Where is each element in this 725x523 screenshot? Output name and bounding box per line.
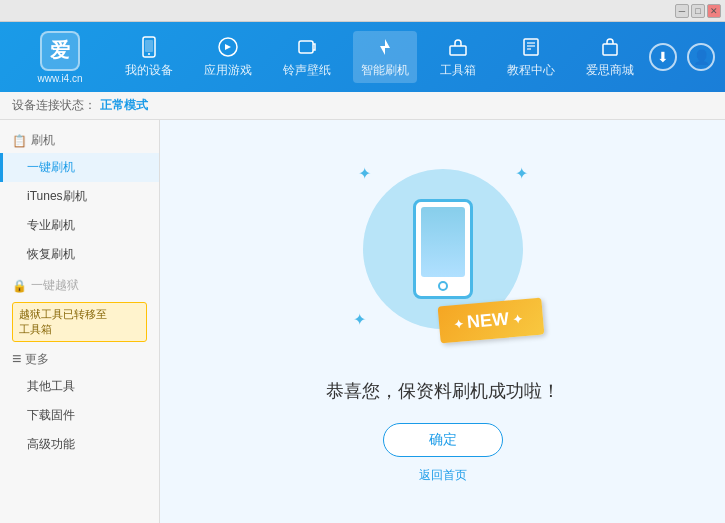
success-illustration: ✦ ✦ ✦ NEW: [353, 159, 533, 359]
phone-screen: [421, 207, 465, 277]
nav-bar: 我的设备 应用游戏 铃声壁纸 智能刷机 工具箱: [110, 31, 649, 83]
maximize-button[interactable]: □: [691, 4, 705, 18]
sidebar-item-one-click-flash[interactable]: 一键刷机: [0, 153, 159, 182]
svg-rect-5: [450, 46, 466, 55]
user-button[interactable]: 👤: [687, 43, 715, 71]
download-button[interactable]: ⬇: [649, 43, 677, 71]
header: 爱 www.i4.cn 我的设备 应用游戏 铃声壁纸 智能刷机: [0, 22, 725, 92]
sidebar-more-header: ≡ 更多: [0, 346, 159, 372]
nav-vip-store-label: 爱思商城: [586, 62, 634, 79]
close-button[interactable]: ✕: [707, 4, 721, 18]
nav-tutorial[interactable]: 教程中心: [499, 31, 563, 83]
nav-my-device-label: 我的设备: [125, 62, 173, 79]
nav-smart-flash-label: 智能刷机: [361, 62, 409, 79]
svg-rect-4: [299, 41, 313, 53]
confirm-button[interactable]: 确定: [383, 423, 503, 457]
nav-my-device[interactable]: 我的设备: [117, 31, 181, 83]
sidebar-item-pro-flash[interactable]: 专业刷机: [0, 211, 159, 240]
sparkle-icon-3: ✦: [353, 310, 366, 329]
more-label: 更多: [25, 351, 49, 368]
nav-toolbox[interactable]: 工具箱: [432, 31, 484, 83]
main-layout: 📋 刷机 一键刷机 iTunes刷机 专业刷机 恢复刷机 🔒 一键越狱: [0, 120, 725, 523]
sparkle-icon-1: ✦: [358, 164, 371, 183]
success-message: 恭喜您，保资料刷机成功啦！: [326, 379, 560, 403]
nav-ringtones[interactable]: 铃声壁纸: [275, 31, 339, 83]
flash-section-label: 刷机: [31, 132, 55, 149]
ringtones-icon: [295, 35, 319, 59]
jailbreak-note: 越狱工具已转移至工具箱: [12, 302, 147, 342]
svg-rect-6: [524, 39, 538, 55]
status-value: 正常模式: [100, 97, 148, 114]
toolbox-icon: [446, 35, 470, 59]
title-bar: ─ □ ✕: [0, 0, 725, 22]
sidebar-item-other-tools[interactable]: 其他工具: [0, 372, 159, 401]
lock-icon: 🔒: [12, 279, 27, 293]
nav-vip-store[interactable]: 爱思商城: [578, 31, 642, 83]
logo-icon: 爱: [40, 31, 80, 71]
nav-apps-games[interactable]: 应用游戏: [196, 31, 260, 83]
retry-link[interactable]: 返回首页: [419, 467, 467, 484]
phone-home-btn: [438, 281, 448, 291]
smart-flash-icon: [373, 35, 397, 59]
svg-rect-1: [145, 40, 153, 52]
vip-store-icon: [598, 35, 622, 59]
sidebar-item-download-firmware[interactable]: 下载固件: [0, 401, 159, 430]
sidebar-section-flash-header: 📋 刷机: [0, 128, 159, 153]
logo-area: 爱 www.i4.cn: [10, 31, 110, 84]
sparkle-icon-2: ✦: [515, 164, 528, 183]
tutorial-icon: [519, 35, 543, 59]
svg-rect-10: [603, 44, 617, 55]
my-device-icon: [137, 35, 161, 59]
minimize-button[interactable]: ─: [675, 4, 689, 18]
svg-point-2: [148, 53, 150, 55]
sidebar: 📋 刷机 一键刷机 iTunes刷机 专业刷机 恢复刷机 🔒 一键越狱: [0, 120, 160, 523]
status-bar: 设备连接状态： 正常模式: [0, 92, 725, 120]
nav-tutorial-label: 教程中心: [507, 62, 555, 79]
window-controls: ─ □ ✕: [675, 4, 721, 18]
sidebar-section-more: ≡ 更多 其他工具 下载固件 高级功能: [0, 346, 159, 459]
sidebar-section-jailbreak: 🔒 一键越狱 越狱工具已转移至工具箱: [0, 273, 159, 342]
sidebar-section-flash: 📋 刷机 一键刷机 iTunes刷机 专业刷机 恢复刷机: [0, 128, 159, 269]
nav-toolbox-label: 工具箱: [440, 62, 476, 79]
sidebar-item-itunes-flash[interactable]: iTunes刷机: [0, 182, 159, 211]
jailbreak-label: 一键越狱: [31, 277, 79, 294]
sidebar-item-repair-flash[interactable]: 恢复刷机: [0, 240, 159, 269]
header-actions: ⬇ 👤: [649, 43, 715, 71]
sidebar-jailbreak-header: 🔒 一键越狱: [0, 273, 159, 298]
status-label: 设备连接状态：: [12, 97, 96, 114]
flash-section-icon: 📋: [12, 134, 27, 148]
phone-body: [413, 199, 473, 299]
sidebar-item-advanced[interactable]: 高级功能: [0, 430, 159, 459]
content-area: ✦ ✦ ✦ NEW 恭喜您，保资料刷机成功啦！ 确定 返回首页: [160, 120, 725, 523]
new-badge: NEW: [437, 298, 544, 344]
apps-games-icon: [216, 35, 240, 59]
logo-text: www.i4.cn: [37, 73, 82, 84]
nav-ringtones-label: 铃声壁纸: [283, 62, 331, 79]
nav-apps-games-label: 应用游戏: [204, 62, 252, 79]
nav-smart-flash[interactable]: 智能刷机: [353, 31, 417, 83]
more-icon: ≡: [12, 350, 21, 368]
